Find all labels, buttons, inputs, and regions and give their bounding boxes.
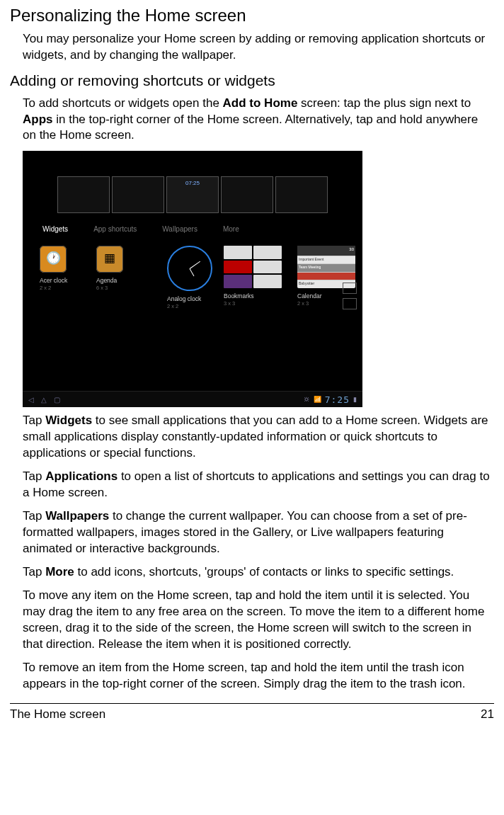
text: to see small applications that you can a… — [23, 414, 488, 460]
intro-text: You may personalize your Home screen by … — [23, 31, 494, 64]
widgets-paragraph: Tap Widgets to see small applications th… — [23, 413, 494, 462]
cal-row — [297, 272, 355, 280]
thumb-5 — [275, 176, 328, 213]
page-footer: The Home screen 21 — [10, 703, 494, 730]
battery-icon: ▮ — [353, 395, 357, 404]
applications-paragraph: Tap Applications to open a list of short… — [23, 469, 494, 501]
calendar-icon: 30 Important Event Team Meeting Babysitt… — [297, 246, 355, 288]
tab-wallpapers: Wallpapers — [162, 224, 197, 234]
recents-icon: ▢ — [54, 395, 60, 405]
thumb-4 — [221, 176, 273, 213]
widget-bookmarks: Bookmarks 3 x 3 — [224, 246, 283, 308]
widget-agenda: ▦ Agenda 6 x 3 — [96, 246, 139, 292]
heading-personalizing: Personalizing the Home screen — [10, 4, 494, 27]
text: Tap — [23, 565, 45, 579]
bold-add-to-home: Add to Home — [223, 96, 298, 110]
remove-item-paragraph: To remove an item from the Home screen, … — [23, 660, 494, 693]
widget-row: 🕐 Acer clock 2 x 2 ▦ Agenda 6 x 3 Analog… — [23, 241, 362, 311]
bold-more: More — [45, 565, 74, 579]
cal-row: Team Meeting — [297, 263, 355, 272]
clock-icon: 🕐 — [40, 246, 67, 273]
widget-size: 3 x 3 — [224, 300, 235, 307]
widget-analog-clock: Analog clock 2 x 2 — [167, 246, 210, 311]
home-screen-thumbnails: 07:25 — [23, 151, 362, 213]
widget-label: Bookmarks — [224, 292, 254, 300]
widget-label: Calendar — [297, 292, 322, 300]
wallpapers-paragraph: Tap Wallpapers to change the current wal… — [23, 508, 494, 557]
home-icon: △ — [41, 395, 47, 405]
text: Tap — [23, 469, 45, 483]
text: to add icons, shortcuts, 'groups' of con… — [74, 565, 454, 579]
text: in the top-right corner of the Home scre… — [23, 113, 478, 142]
side-nav-icons — [343, 283, 357, 309]
add-to-home-screenshot: 07:25 Widgets App shortcuts Wallpapers M… — [23, 151, 362, 407]
bold-wallpapers: Wallpapers — [45, 509, 109, 523]
widget-label: Acer clock — [40, 277, 67, 285]
widget-size: 2 x 2 — [40, 285, 51, 292]
text: Tap — [23, 509, 45, 523]
text: Tap — [23, 414, 45, 427]
status-icons: ⛭ 📶 7:25 ▮ — [304, 394, 357, 406]
more-paragraph: Tap More to add icons, shortcuts, 'group… — [23, 564, 494, 581]
widget-acer-clock: 🕐 Acer clock 2 x 2 — [40, 246, 82, 292]
notification-icon: ⛭ — [304, 395, 310, 404]
agenda-icon: ▦ — [96, 246, 123, 273]
text: To add shortcuts or widgets open the — [23, 96, 223, 110]
bold-widgets: Widgets — [45, 414, 92, 427]
bold-applications: Applications — [45, 469, 118, 483]
nav-icons: ◁ △ ▢ — [28, 395, 60, 405]
move-item-paragraph: To move any item on the Home screen, tap… — [23, 588, 494, 653]
bold-apps: Apps — [23, 113, 53, 126]
widget-tabs: Widgets App shortcuts Wallpapers More — [23, 213, 362, 241]
status-time: 7:25 — [325, 394, 350, 406]
back-icon: ◁ — [28, 395, 34, 405]
thumb-2 — [112, 176, 164, 213]
cal-row: Important Event — [297, 256, 355, 264]
status-bar: ◁ △ ▢ ⛭ 📶 7:25 ▮ — [23, 391, 362, 407]
side-icon — [343, 283, 357, 294]
add-remove-instructions: To add shortcuts or widgets open the Add… — [23, 96, 494, 144]
widget-size: 2 x 2 — [167, 303, 178, 310]
wifi-icon: 📶 — [314, 395, 321, 404]
side-icon — [343, 298, 357, 309]
analog-clock-icon — [167, 246, 212, 291]
tab-app-shortcuts: App shortcuts — [93, 224, 137, 234]
thumb-1 — [57, 176, 110, 213]
footer-section-title: The Home screen — [10, 707, 105, 723]
widget-label: Analog clock — [167, 295, 201, 303]
footer-page-number: 21 — [481, 707, 494, 723]
cal-head: 30 — [297, 246, 355, 256]
widget-size: 2 x 3 — [297, 300, 309, 307]
thumb-clock: 07:25 — [185, 180, 200, 188]
tab-more: More — [223, 224, 239, 234]
text: screen: tap the plus sign next to — [297, 96, 471, 110]
bookmarks-icon — [224, 246, 282, 288]
heading-adding-removing: Adding or removing shortcuts or widgets — [10, 71, 494, 91]
widget-label: Agenda — [96, 277, 117, 285]
tab-widgets: Widgets — [42, 224, 68, 234]
thumb-3: 07:25 — [166, 176, 219, 213]
widget-size: 6 x 3 — [96, 285, 108, 292]
